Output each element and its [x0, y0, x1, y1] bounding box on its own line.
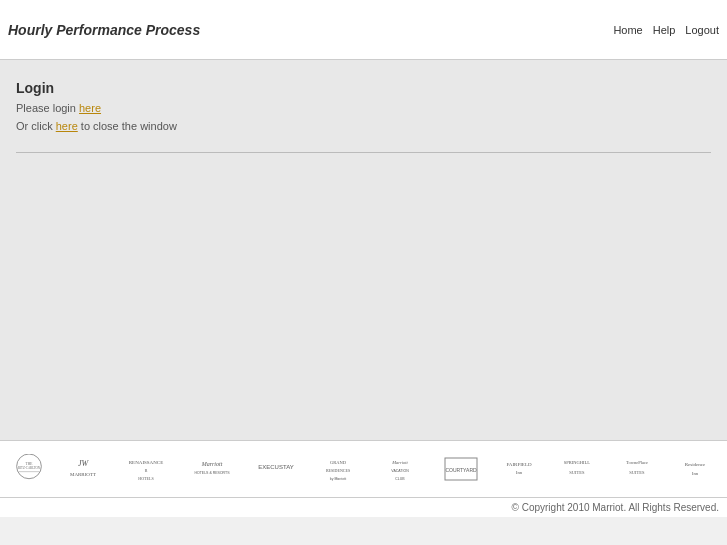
svg-text:GRAND: GRAND: [329, 460, 346, 465]
close-link-here[interactable]: here: [56, 120, 78, 132]
nav-home[interactable]: Home: [613, 24, 642, 36]
footer: © Copyright 2010 Marriot. All Rights Res…: [0, 497, 727, 517]
section-divider: [16, 152, 711, 153]
grand-residences-logo: GRAND RESIDENCES by Marriott: [311, 451, 365, 487]
svg-text:VACATION: VACATION: [391, 469, 409, 473]
svg-text:COURTYARD: COURTYARD: [445, 467, 477, 473]
login-link-here[interactable]: here: [79, 102, 101, 114]
execustay-logo: EXECUSTAY: [249, 451, 303, 487]
login-line1-prefix: Please login: [16, 102, 79, 114]
login-line2-prefix: Or click: [16, 120, 56, 132]
svg-text:RESIDENCES: RESIDENCES: [325, 468, 349, 473]
svg-text:SUITES: SUITES: [629, 470, 645, 475]
marriott-hotels-logo: Marriott HOTELS & RESORTS: [183, 451, 241, 487]
svg-text:Marriott: Marriott: [391, 460, 408, 465]
login-line2: Or click here to close the window: [16, 120, 711, 132]
svg-text:Residence: Residence: [684, 462, 705, 467]
copyright-text: © Copyright 2010 Marriot. All Rights Res…: [512, 502, 719, 513]
app-title: Hourly Performance Process: [8, 22, 200, 38]
svg-text:TownePlace: TownePlace: [626, 460, 648, 465]
renaissance-logo: RENAISSANCE R HOTELS: [117, 451, 175, 487]
svg-text:Marriott: Marriott: [200, 461, 222, 467]
svg-text:by Marriott: by Marriott: [329, 477, 346, 481]
svg-text:HOTELS & RESORTS: HOTELS & RESORTS: [194, 471, 230, 475]
header-nav: Home Help Logout: [613, 24, 719, 36]
marriott-vacation-logo: Marriott VACATION CLUB: [373, 451, 427, 487]
svg-text:HOTELS: HOTELS: [138, 476, 153, 481]
ritz-carlton-logo: THE RITZ-CARLTON: [9, 451, 49, 487]
jw-marriott-logo: JW MARRIOTT: [57, 451, 109, 487]
svg-text:Inn: Inn: [692, 471, 699, 476]
fairfield-logo: FAIRFIELD Inn: [495, 451, 543, 487]
towneplace-logo: TownePlace SUITES: [611, 451, 663, 487]
svg-text:MARRIOTT: MARRIOTT: [69, 472, 95, 477]
svg-text:SUITES: SUITES: [569, 470, 585, 475]
header: Hourly Performance Process Home Help Log…: [0, 0, 727, 60]
courtyard-logo: COURTYARD: [435, 451, 487, 487]
springhill-logo: SPRINGHILL SUITES: [551, 451, 603, 487]
nav-logout[interactable]: Logout: [685, 24, 719, 36]
main-content: Login Please login here Or click here to…: [0, 60, 727, 440]
nav-help[interactable]: Help: [653, 24, 676, 36]
svg-text:Inn: Inn: [516, 470, 523, 475]
login-line1: Please login here: [16, 102, 711, 114]
svg-text:RENAISSANCE: RENAISSANCE: [128, 460, 162, 465]
svg-text:CLUB: CLUB: [395, 477, 405, 481]
login-section: Login Please login here Or click here to…: [16, 80, 711, 132]
svg-text:SPRINGHILL: SPRINGHILL: [563, 460, 590, 465]
svg-text:JW: JW: [77, 459, 89, 468]
residence-inn-logo: Residence Inn: [671, 451, 719, 487]
svg-text:THE: THE: [25, 462, 32, 466]
svg-text:FAIRFIELD: FAIRFIELD: [506, 462, 532, 467]
logo-bar: THE RITZ-CARLTON JW MARRIOTT RENAISSANCE…: [0, 440, 727, 497]
login-title: Login: [16, 80, 711, 96]
svg-text:RITZ-CARLTON: RITZ-CARLTON: [17, 466, 40, 470]
svg-text:R: R: [144, 468, 147, 473]
svg-text:EXECUSTAY: EXECUSTAY: [258, 464, 293, 470]
login-line2-suffix: to close the window: [78, 120, 177, 132]
